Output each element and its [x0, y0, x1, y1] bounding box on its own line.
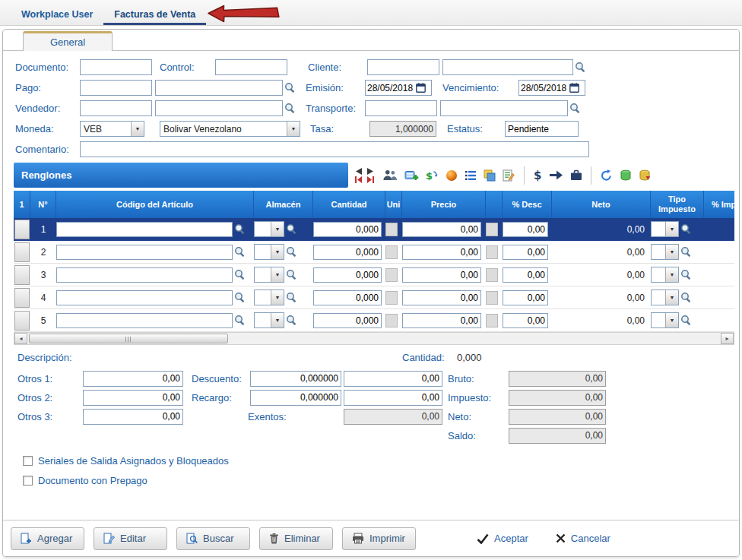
- search-icon[interactable]: [286, 269, 297, 280]
- search-icon[interactable]: [286, 315, 297, 326]
- cells-icon[interactable]: [484, 169, 496, 182]
- search-icon[interactable]: [284, 82, 296, 93]
- cantidad-input[interactable]: [313, 245, 382, 260]
- codigo-articulo-input[interactable]: [56, 222, 233, 237]
- cantidad-input[interactable]: [313, 222, 382, 237]
- scrollbar-thumb[interactable]: [29, 334, 228, 343]
- seriales-checkbox[interactable]: [23, 456, 33, 466]
- codigo-articulo-input[interactable]: [56, 313, 233, 328]
- recargo-rate-input[interactable]: [250, 390, 341, 406]
- row-selector[interactable]: [14, 265, 30, 285]
- almacen-select[interactable]: ▼: [254, 221, 284, 237]
- search-icon[interactable]: [575, 62, 586, 73]
- estatus-input[interactable]: [505, 121, 579, 137]
- users-icon[interactable]: [382, 169, 398, 181]
- tipo-impuesto-select[interactable]: ▼: [651, 267, 679, 283]
- agregar-button[interactable]: Agregar: [11, 527, 84, 550]
- editar-button[interactable]: Editar: [94, 527, 167, 550]
- descuento-amount-input[interactable]: [344, 371, 442, 387]
- search-icon[interactable]: [286, 292, 297, 303]
- row-selector[interactable]: [14, 288, 30, 308]
- tipo-impuesto-select[interactable]: ▼: [651, 244, 679, 260]
- row-selector[interactable]: [14, 311, 30, 331]
- cantidad-input[interactable]: [313, 290, 382, 305]
- almacen-select[interactable]: ▼: [254, 289, 284, 305]
- search-icon[interactable]: [680, 223, 692, 235]
- transporte-code-input[interactable]: [365, 100, 437, 116]
- search-icon[interactable]: [234, 246, 246, 258]
- tab-facturas-de-venta[interactable]: Facturas de Venta: [103, 3, 206, 25]
- calendar-icon[interactable]: [416, 83, 426, 93]
- coin-icon[interactable]: [446, 169, 458, 182]
- descuento-rate-input[interactable]: [250, 371, 341, 387]
- desc-pct-input[interactable]: [503, 222, 548, 237]
- search-icon[interactable]: [680, 246, 692, 258]
- control-input[interactable]: [215, 59, 287, 75]
- edit-sheet-icon[interactable]: [503, 169, 515, 182]
- cantidad-input[interactable]: [313, 267, 382, 283]
- search-icon[interactable]: [286, 223, 297, 235]
- prev-record-icon[interactable]: [354, 168, 363, 175]
- emision-date-input[interactable]: [367, 83, 416, 93]
- search-icon[interactable]: [680, 315, 692, 326]
- dollar-icon[interactable]: $: [533, 169, 542, 182]
- vendedor-name-input[interactable]: [155, 100, 283, 116]
- desc-pct-input[interactable]: [503, 290, 548, 305]
- search-icon[interactable]: [680, 269, 692, 280]
- tab-workplace-user[interactable]: Workplace User: [11, 3, 103, 25]
- precio-input[interactable]: [402, 313, 481, 328]
- precio-input[interactable]: [402, 267, 481, 283]
- tipo-impuesto-select[interactable]: ▼: [651, 221, 679, 237]
- vencimiento-date-field[interactable]: [518, 80, 585, 96]
- documento-input[interactable]: [80, 59, 152, 75]
- vendedor-code-input[interactable]: [80, 100, 152, 116]
- aceptar-button[interactable]: Aceptar: [468, 527, 537, 550]
- precio-input[interactable]: [402, 290, 481, 305]
- moneda-code-select[interactable]: VEB ▼: [80, 121, 144, 137]
- almacen-select[interactable]: ▼: [254, 244, 284, 260]
- database-export-icon[interactable]: [620, 169, 632, 182]
- almacen-select[interactable]: ▼: [254, 267, 284, 283]
- horizontal-scrollbar[interactable]: ◂ ▸: [14, 332, 734, 345]
- transfer-arrow-icon[interactable]: [549, 170, 563, 180]
- pago-name-input[interactable]: [155, 80, 283, 96]
- pago-code-input[interactable]: [80, 80, 152, 96]
- comentario-input[interactable]: [80, 141, 589, 157]
- briefcase-icon[interactable]: [570, 169, 582, 181]
- tab-general[interactable]: General: [23, 31, 113, 51]
- tipo-impuesto-select[interactable]: ▼: [651, 289, 679, 305]
- search-icon[interactable]: [284, 103, 296, 114]
- codigo-articulo-input[interactable]: [56, 245, 233, 260]
- cancelar-button[interactable]: Cancelar: [547, 527, 620, 550]
- imprimir-button[interactable]: Imprimir: [342, 527, 416, 550]
- transporte-name-input[interactable]: [440, 100, 568, 116]
- row-selector[interactable]: [14, 242, 30, 262]
- scroll-right-button[interactable]: ▸: [721, 333, 734, 344]
- codigo-articulo-input[interactable]: [56, 267, 233, 283]
- otros1-input[interactable]: [83, 371, 183, 387]
- otros2-input[interactable]: [83, 390, 183, 406]
- precio-input[interactable]: [402, 245, 481, 260]
- recargo-amount-input[interactable]: [344, 390, 442, 406]
- refresh-icon[interactable]: [600, 169, 613, 182]
- cliente-name-input[interactable]: [442, 59, 573, 75]
- prepago-checkbox[interactable]: [23, 476, 33, 486]
- search-icon[interactable]: [234, 315, 246, 326]
- desc-pct-input[interactable]: [503, 245, 548, 260]
- add-article-icon[interactable]: [404, 169, 419, 182]
- scroll-left-button[interactable]: ◂: [14, 333, 27, 344]
- cantidad-input[interactable]: [313, 313, 382, 328]
- last-record-icon[interactable]: [366, 176, 375, 183]
- row-selector[interactable]: [14, 220, 30, 239]
- next-record-icon[interactable]: [366, 168, 375, 175]
- database-import-icon[interactable]: [639, 169, 651, 182]
- search-icon[interactable]: [234, 223, 246, 235]
- tipo-impuesto-select[interactable]: ▼: [651, 312, 679, 328]
- buscar-button[interactable]: Buscar: [176, 527, 250, 550]
- calendar-icon[interactable]: [569, 83, 579, 93]
- moneda-name-select[interactable]: Bolivar Venezolano ▼: [160, 121, 300, 137]
- search-icon[interactable]: [234, 269, 246, 280]
- desc-pct-input[interactable]: [503, 267, 548, 283]
- search-icon[interactable]: [569, 103, 581, 114]
- eliminar-button[interactable]: Eliminar: [259, 527, 333, 550]
